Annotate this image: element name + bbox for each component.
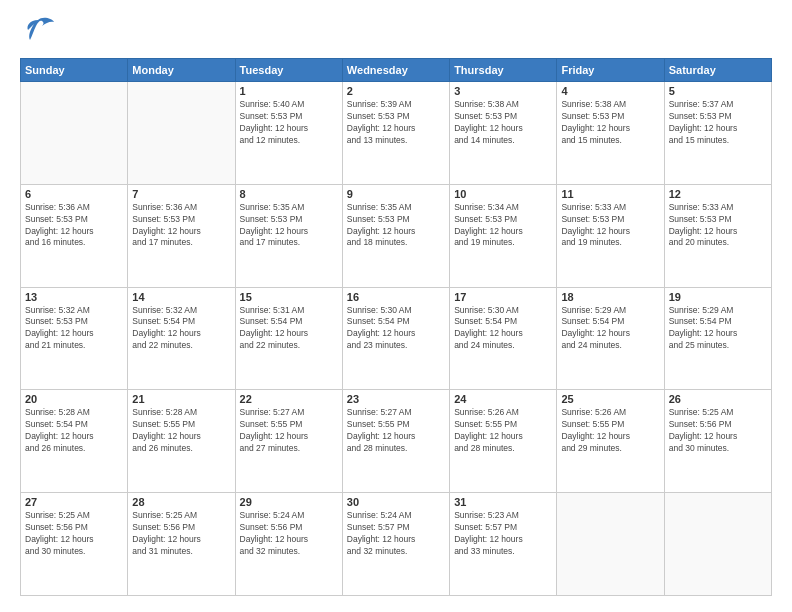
calendar-cell: 19Sunrise: 5:29 AM Sunset: 5:54 PM Dayli… [664,287,771,390]
week-row-3: 13Sunrise: 5:32 AM Sunset: 5:53 PM Dayli… [21,287,772,390]
day-info: Sunrise: 5:40 AM Sunset: 5:53 PM Dayligh… [240,99,338,147]
week-row-1: 1Sunrise: 5:40 AM Sunset: 5:53 PM Daylig… [21,82,772,185]
day-info: Sunrise: 5:35 AM Sunset: 5:53 PM Dayligh… [240,202,338,250]
day-number: 15 [240,291,338,303]
day-info: Sunrise: 5:24 AM Sunset: 5:56 PM Dayligh… [240,510,338,558]
day-number: 23 [347,393,445,405]
calendar-cell: 15Sunrise: 5:31 AM Sunset: 5:54 PM Dayli… [235,287,342,390]
day-number: 12 [669,188,767,200]
day-info: Sunrise: 5:32 AM Sunset: 5:53 PM Dayligh… [25,305,123,353]
day-number: 25 [561,393,659,405]
calendar-cell: 20Sunrise: 5:28 AM Sunset: 5:54 PM Dayli… [21,390,128,493]
day-number: 7 [132,188,230,200]
weekday-header-monday: Monday [128,59,235,82]
calendar-cell: 21Sunrise: 5:28 AM Sunset: 5:55 PM Dayli… [128,390,235,493]
calendar-table: SundayMondayTuesdayWednesdayThursdayFrid… [20,58,772,596]
day-info: Sunrise: 5:28 AM Sunset: 5:54 PM Dayligh… [25,407,123,455]
day-number: 22 [240,393,338,405]
calendar-cell [664,493,771,596]
calendar-cell: 2Sunrise: 5:39 AM Sunset: 5:53 PM Daylig… [342,82,449,185]
calendar-cell: 27Sunrise: 5:25 AM Sunset: 5:56 PM Dayli… [21,493,128,596]
day-number: 30 [347,496,445,508]
day-info: Sunrise: 5:35 AM Sunset: 5:53 PM Dayligh… [347,202,445,250]
header [20,16,772,48]
calendar-cell: 12Sunrise: 5:33 AM Sunset: 5:53 PM Dayli… [664,184,771,287]
day-number: 16 [347,291,445,303]
calendar-cell: 11Sunrise: 5:33 AM Sunset: 5:53 PM Dayli… [557,184,664,287]
day-info: Sunrise: 5:29 AM Sunset: 5:54 PM Dayligh… [669,305,767,353]
logo-bird-icon [22,16,54,48]
day-number: 26 [669,393,767,405]
day-number: 2 [347,85,445,97]
weekday-header-thursday: Thursday [450,59,557,82]
page: SundayMondayTuesdayWednesdayThursdayFrid… [0,0,792,612]
weekday-header-sunday: Sunday [21,59,128,82]
day-number: 5 [669,85,767,97]
week-row-5: 27Sunrise: 5:25 AM Sunset: 5:56 PM Dayli… [21,493,772,596]
day-number: 6 [25,188,123,200]
day-number: 18 [561,291,659,303]
day-info: Sunrise: 5:36 AM Sunset: 5:53 PM Dayligh… [132,202,230,250]
calendar-cell: 31Sunrise: 5:23 AM Sunset: 5:57 PM Dayli… [450,493,557,596]
week-row-4: 20Sunrise: 5:28 AM Sunset: 5:54 PM Dayli… [21,390,772,493]
calendar-cell: 8Sunrise: 5:35 AM Sunset: 5:53 PM Daylig… [235,184,342,287]
day-info: Sunrise: 5:30 AM Sunset: 5:54 PM Dayligh… [347,305,445,353]
calendar-cell [128,82,235,185]
calendar-cell: 14Sunrise: 5:32 AM Sunset: 5:54 PM Dayli… [128,287,235,390]
day-info: Sunrise: 5:32 AM Sunset: 5:54 PM Dayligh… [132,305,230,353]
day-number: 8 [240,188,338,200]
day-number: 19 [669,291,767,303]
week-row-2: 6Sunrise: 5:36 AM Sunset: 5:53 PM Daylig… [21,184,772,287]
day-number: 20 [25,393,123,405]
day-number: 4 [561,85,659,97]
day-number: 10 [454,188,552,200]
day-info: Sunrise: 5:31 AM Sunset: 5:54 PM Dayligh… [240,305,338,353]
day-number: 13 [25,291,123,303]
calendar-cell: 29Sunrise: 5:24 AM Sunset: 5:56 PM Dayli… [235,493,342,596]
day-info: Sunrise: 5:37 AM Sunset: 5:53 PM Dayligh… [669,99,767,147]
calendar-cell: 25Sunrise: 5:26 AM Sunset: 5:55 PM Dayli… [557,390,664,493]
calendar-cell: 3Sunrise: 5:38 AM Sunset: 5:53 PM Daylig… [450,82,557,185]
day-number: 27 [25,496,123,508]
day-info: Sunrise: 5:26 AM Sunset: 5:55 PM Dayligh… [561,407,659,455]
calendar-cell: 18Sunrise: 5:29 AM Sunset: 5:54 PM Dayli… [557,287,664,390]
day-info: Sunrise: 5:33 AM Sunset: 5:53 PM Dayligh… [561,202,659,250]
day-info: Sunrise: 5:38 AM Sunset: 5:53 PM Dayligh… [454,99,552,147]
calendar-cell: 30Sunrise: 5:24 AM Sunset: 5:57 PM Dayli… [342,493,449,596]
day-number: 31 [454,496,552,508]
day-info: Sunrise: 5:24 AM Sunset: 5:57 PM Dayligh… [347,510,445,558]
day-info: Sunrise: 5:38 AM Sunset: 5:53 PM Dayligh… [561,99,659,147]
weekday-header-tuesday: Tuesday [235,59,342,82]
day-number: 9 [347,188,445,200]
day-number: 24 [454,393,552,405]
logo [20,16,54,48]
calendar-cell [557,493,664,596]
calendar-cell: 7Sunrise: 5:36 AM Sunset: 5:53 PM Daylig… [128,184,235,287]
day-info: Sunrise: 5:27 AM Sunset: 5:55 PM Dayligh… [240,407,338,455]
calendar-cell: 23Sunrise: 5:27 AM Sunset: 5:55 PM Dayli… [342,390,449,493]
day-number: 17 [454,291,552,303]
weekday-header-row: SundayMondayTuesdayWednesdayThursdayFrid… [21,59,772,82]
calendar-cell: 13Sunrise: 5:32 AM Sunset: 5:53 PM Dayli… [21,287,128,390]
calendar-cell [21,82,128,185]
day-number: 11 [561,188,659,200]
calendar-cell: 16Sunrise: 5:30 AM Sunset: 5:54 PM Dayli… [342,287,449,390]
calendar-cell: 17Sunrise: 5:30 AM Sunset: 5:54 PM Dayli… [450,287,557,390]
day-info: Sunrise: 5:30 AM Sunset: 5:54 PM Dayligh… [454,305,552,353]
day-info: Sunrise: 5:36 AM Sunset: 5:53 PM Dayligh… [25,202,123,250]
day-info: Sunrise: 5:34 AM Sunset: 5:53 PM Dayligh… [454,202,552,250]
weekday-header-wednesday: Wednesday [342,59,449,82]
day-info: Sunrise: 5:39 AM Sunset: 5:53 PM Dayligh… [347,99,445,147]
calendar-cell: 10Sunrise: 5:34 AM Sunset: 5:53 PM Dayli… [450,184,557,287]
day-number: 28 [132,496,230,508]
calendar-cell: 4Sunrise: 5:38 AM Sunset: 5:53 PM Daylig… [557,82,664,185]
day-info: Sunrise: 5:27 AM Sunset: 5:55 PM Dayligh… [347,407,445,455]
calendar-cell: 5Sunrise: 5:37 AM Sunset: 5:53 PM Daylig… [664,82,771,185]
calendar-cell: 1Sunrise: 5:40 AM Sunset: 5:53 PM Daylig… [235,82,342,185]
day-number: 29 [240,496,338,508]
calendar-cell: 9Sunrise: 5:35 AM Sunset: 5:53 PM Daylig… [342,184,449,287]
weekday-header-friday: Friday [557,59,664,82]
calendar-cell: 22Sunrise: 5:27 AM Sunset: 5:55 PM Dayli… [235,390,342,493]
day-info: Sunrise: 5:26 AM Sunset: 5:55 PM Dayligh… [454,407,552,455]
day-number: 21 [132,393,230,405]
